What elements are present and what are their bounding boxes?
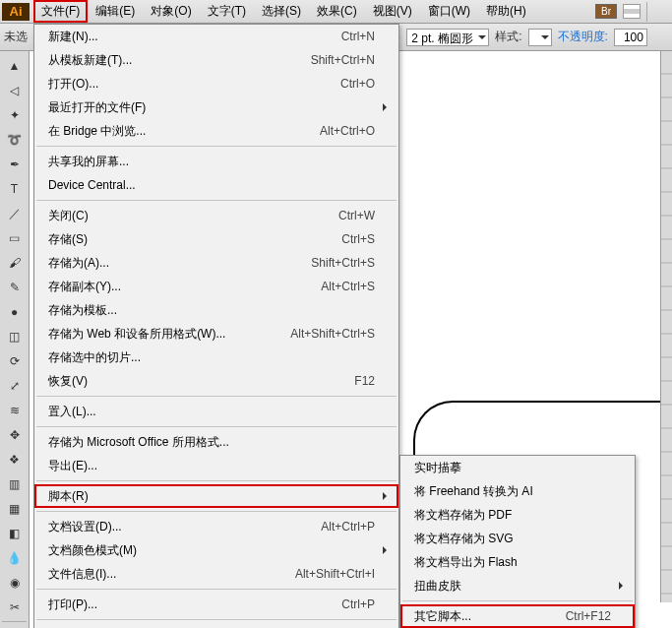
menu-separator	[36, 200, 397, 201]
file-menu-panel: 新建(N)...Ctrl+N从模板新建(T)...Shift+Ctrl+N打开(…	[33, 24, 399, 628]
menu-item-label: 脚本(R)	[48, 488, 375, 505]
menu-item[interactable]: 存储为 Microsoft Office 所用格式...	[34, 430, 398, 454]
opacity-input[interactable]: 100	[614, 29, 647, 46]
menu-item[interactable]: 关闭(C)Ctrl+W	[34, 204, 398, 227]
menu-view[interactable]: 视图(V)	[365, 0, 420, 23]
menu-item[interactable]: 置入(L)...	[34, 400, 398, 423]
mesh-tool[interactable]: ▦	[2, 497, 28, 521]
menu-item[interactable]: 存储副本(Y)...Alt+Ctrl+S	[34, 275, 398, 298]
scale-tool[interactable]: ⤢	[2, 374, 28, 398]
menu-separator	[36, 426, 397, 427]
panel-dock[interactable]	[660, 51, 672, 602]
rotate-tool[interactable]: ⟳	[2, 349, 28, 373]
submenu-item[interactable]: 将文档存储为 SVG	[400, 527, 635, 550]
menu-item[interactable]: 恢复(V)F12	[34, 369, 398, 393]
direct-select-tool[interactable]: ◁	[2, 79, 28, 102]
eraser-tool[interactable]: ◫	[2, 325, 28, 348]
menu-item-label: 文档设置(D)...	[48, 519, 321, 535]
submenu-item[interactable]: 将 Freehand 转换为 AI	[400, 479, 635, 503]
menu-item-label: 置入(L)...	[48, 404, 375, 420]
menu-item[interactable]: Device Central...	[34, 173, 398, 197]
symbol-tool[interactable]: ❖	[2, 448, 28, 471]
style-label: 样式:	[495, 29, 521, 45]
menu-item-label: 打开(O)...	[48, 76, 340, 93]
artboard-tool[interactable]: ▢	[2, 624, 28, 628]
warp-tool[interactable]: ≋	[2, 399, 28, 422]
menu-shortcut: Ctrl+N	[341, 30, 375, 43]
brush-tool[interactable]: 🖌	[2, 251, 28, 275]
menu-item-label: 关闭(C)	[48, 208, 338, 224]
type-tool[interactable]: T	[2, 177, 28, 201]
menu-item[interactable]: 最近打开的文件(F)	[34, 95, 398, 119]
menu-shortcut: Shift+Ctrl+S	[311, 256, 375, 270]
menu-item[interactable]: 文档设置(D)...Alt+Ctrl+P	[34, 515, 398, 538]
menubar: Ai 文件(F) 编辑(E) 对象(O) 文字(T) 选择(S) 效果(C) 视…	[0, 0, 672, 24]
free-transform-tool[interactable]: ✥	[2, 423, 28, 447]
eyedropper-tool[interactable]: 💧	[2, 546, 28, 570]
gradient-tool[interactable]: ◧	[2, 522, 28, 545]
menu-item[interactable]: 文档颜色模式(M)	[34, 538, 398, 562]
menu-effect[interactable]: 效果(C)	[309, 0, 365, 23]
menu-item[interactable]: 退出(X)Ctrl+Q	[34, 623, 398, 628]
doc-status: 未选	[4, 29, 28, 45]
menu-window[interactable]: 窗口(W)	[420, 0, 478, 23]
menu-item[interactable]: 共享我的屏幕...	[34, 150, 398, 173]
menu-item[interactable]: 存储为 Web 和设备所用格式(W)...Alt+Shift+Ctrl+S	[34, 322, 398, 345]
submenu-item[interactable]: 将文档导出为 Flash	[400, 550, 635, 574]
submenu-item-label: 实时描摹	[414, 460, 611, 476]
stroke-profile-dropdown[interactable]: 2 pt. 椭圆形	[406, 29, 489, 46]
menu-item[interactable]: 存储选中的切片...	[34, 345, 398, 369]
menu-item-label: 打印(P)...	[48, 597, 341, 613]
menu-separator	[402, 600, 633, 601]
menu-item[interactable]: 存储为模板...	[34, 298, 398, 322]
menu-help[interactable]: 帮助(H)	[478, 0, 534, 23]
menu-item-label: 存储为模板...	[48, 302, 375, 319]
menu-shortcut: Alt+Ctrl+S	[321, 280, 375, 293]
lasso-tool[interactable]: ➰	[2, 128, 28, 152]
blob-tool[interactable]: ●	[2, 300, 28, 324]
menu-select[interactable]: 选择(S)	[254, 0, 309, 23]
menu-object[interactable]: 对象(O)	[143, 0, 199, 23]
menu-shortcut: Alt+Ctrl+P	[321, 520, 375, 534]
submenu-item[interactable]: 其它脚本...Ctrl+F12	[400, 604, 635, 628]
bridge-badge[interactable]: Br	[595, 4, 617, 19]
pen-tool[interactable]: ✒	[2, 153, 28, 176]
slice-tool[interactable]: ✂	[2, 596, 28, 619]
menu-item[interactable]: 在 Bridge 中浏览...Alt+Ctrl+O	[34, 119, 398, 143]
scripts-submenu: 实时描摹将 Freehand 转换为 AI将文档存储为 PDF将文档存储为 SV…	[399, 455, 636, 628]
submenu-item-label: 扭曲皮肤	[414, 578, 611, 595]
blend-tool[interactable]: ◉	[2, 571, 28, 595]
menu-item[interactable]: 存储为(A)...Shift+Ctrl+S	[34, 251, 398, 275]
menu-item[interactable]: 文件信息(I)...Alt+Shift+Ctrl+I	[34, 562, 398, 586]
submenu-item[interactable]: 实时描摹	[400, 456, 635, 479]
menu-item[interactable]: 导出(E)...	[34, 454, 398, 477]
menu-item[interactable]: 从模板新建(T)...Shift+Ctrl+N	[34, 48, 398, 72]
menu-item[interactable]: 脚本(R)	[34, 484, 398, 508]
menu-shortcut: Alt+Ctrl+O	[320, 124, 375, 138]
submenu-item[interactable]: 扭曲皮肤	[400, 574, 635, 597]
menubar-sep	[646, 2, 668, 22]
menu-item-label: 从模板新建(T)...	[48, 52, 311, 69]
pencil-tool[interactable]: ✎	[2, 276, 28, 299]
arrange-icon[interactable]	[623, 4, 641, 19]
selection-tool[interactable]: ▲	[2, 54, 28, 78]
menu-item[interactable]: 打印(P)...Ctrl+P	[34, 593, 398, 616]
opacity-label[interactable]: 不透明度:	[558, 29, 608, 45]
submenu-item[interactable]: 将文档存储为 PDF	[400, 503, 635, 527]
menu-item-label: 共享我的屏幕...	[48, 154, 375, 170]
menu-file[interactable]: 文件(F)	[33, 0, 88, 23]
submenu-item-label: 其它脚本...	[414, 608, 566, 625]
menu-edit[interactable]: 编辑(E)	[88, 0, 143, 23]
menu-type[interactable]: 文字(T)	[200, 0, 254, 23]
menu-item-label: 存储副本(Y)...	[48, 279, 321, 295]
magic-wand-tool[interactable]: ✦	[2, 103, 28, 127]
menu-separator	[36, 589, 397, 590]
style-dropdown[interactable]	[528, 29, 552, 46]
graph-tool[interactable]: ▥	[2, 472, 28, 496]
rectangle-tool[interactable]: ▭	[2, 226, 28, 250]
submenu-item-label: 将文档存储为 PDF	[414, 507, 611, 524]
menu-item[interactable]: 存储(S)Ctrl+S	[34, 227, 398, 251]
menu-item[interactable]: 新建(N)...Ctrl+N	[34, 25, 398, 48]
line-tool[interactable]: ／	[2, 202, 28, 225]
menu-item[interactable]: 打开(O)...Ctrl+O	[34, 72, 398, 95]
